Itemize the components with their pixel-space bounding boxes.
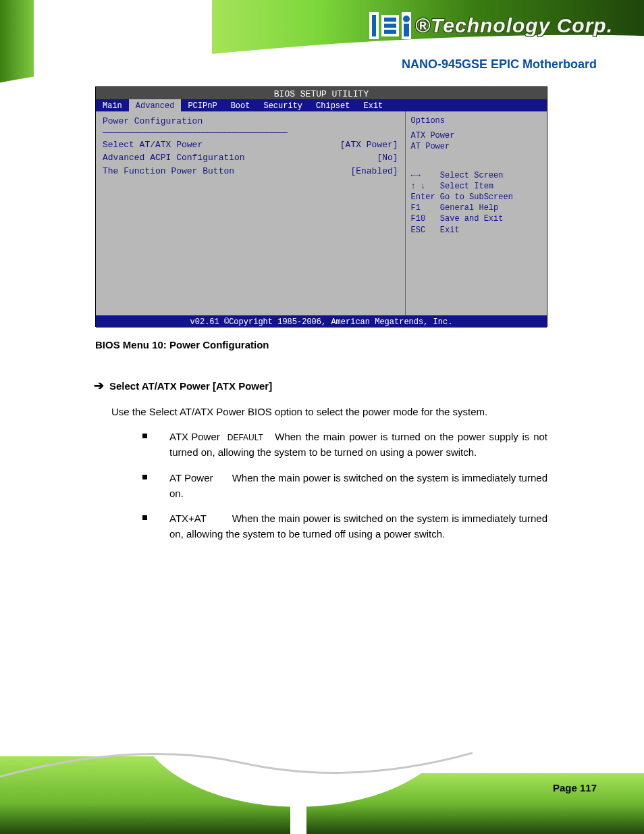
bios-nav-row: ESC Exit (411, 225, 541, 236)
iei-logo-icon (369, 12, 411, 39)
figure-caption: BIOS Menu 10: Power Configuration (95, 339, 269, 350)
tab-pcipnp[interactable]: PCIPnP (181, 99, 223, 111)
tab-boot[interactable]: Boot (224, 99, 257, 111)
arrow-ud-icon: ↑ ↓ (411, 182, 426, 191)
option-paragraph: Use the Select AT/ATX Power BIOS option … (111, 404, 547, 419)
svg-rect-1 (372, 15, 376, 36)
option-desc: When the main power is turned on the pow… (169, 431, 547, 458)
bios-help-item: ATX Power (411, 130, 541, 141)
tab-chipset[interactable]: Chipset (309, 99, 356, 111)
bios-row-label: Advanced ACPI Configuration (103, 152, 245, 164)
bios-row-value: [No] (377, 152, 398, 164)
bios-row-label: The Function Power Button (103, 165, 234, 178)
tab-security[interactable]: Security (257, 99, 309, 111)
bios-footer: v02.61 ©Copyright 1985-2006, American Me… (96, 315, 547, 328)
svg-point-7 (403, 16, 410, 22)
option-heading: ➔Select AT/ATX Power [ATX Power] (94, 377, 547, 396)
list-item: ATX Power DEFAULT When the main power is… (142, 429, 547, 461)
tab-main[interactable]: Main (96, 99, 129, 111)
option-name: AT Power (169, 470, 223, 486)
bios-nav-row: F1 General Help (411, 203, 541, 213)
bios-screenshot: BIOS SETUP UTILITY Main Advanced PCIPnP … (95, 86, 547, 327)
tab-exit[interactable]: Exit (356, 99, 390, 111)
bios-row-value: [Enabled] (350, 165, 398, 178)
bios-row[interactable]: The Function Power Button [Enabled] (103, 165, 398, 178)
company-name: Technology Corp. (431, 14, 613, 36)
reg-mark: ® (415, 14, 431, 36)
option-heading-text: Select AT/ATX Power [ATX Power] (109, 380, 272, 392)
bios-main-panel: Power Configuration ————————————————————… (96, 111, 406, 315)
default-badge: DEFAULT (227, 433, 263, 442)
bios-row-value: [ATX Power] (340, 139, 398, 151)
svg-rect-5 (384, 30, 396, 34)
option-desc: When the main power is switched on the s… (169, 513, 547, 540)
option-name: ATX+AT (169, 511, 223, 526)
bios-nav-row: ↑ ↓ Select Item (411, 181, 541, 192)
bios-row-label: Select AT/ATX Power (103, 139, 203, 151)
svg-rect-4 (384, 24, 396, 28)
bios-row[interactable]: Advanced ACPI Configuration [No] (103, 151, 398, 165)
bios-header: BIOS SETUP UTILITY (96, 87, 547, 99)
bios-help-panel: Options ATX Power AT Power ←→ Select Scr… (406, 111, 547, 315)
bios-divider: ————————————————————————————————————————… (103, 128, 398, 138)
svg-rect-3 (384, 18, 396, 22)
bios-nav-row: F10 Save and Exit (411, 213, 541, 224)
list-item: AT Power When the main power is switched… (142, 470, 547, 502)
bios-section-title: Power Configuration (103, 115, 398, 128)
body-content: ➔Select AT/ATX Power [ATX Power] Use the… (95, 373, 547, 552)
list-item: ATX+AT When the main power is switched o… (142, 511, 547, 542)
bios-tabs: Main Advanced PCIPnP Boot Security Chips… (96, 99, 547, 111)
page-number: Page 117 (553, 782, 597, 793)
svg-rect-8 (404, 24, 409, 36)
bios-nav-row: ←→ Select Screen (411, 170, 541, 181)
document-title: NANO-945GSE EPIC Motherboard (402, 57, 597, 72)
option-desc: When the main power is switched on the s… (169, 472, 547, 499)
bios-help-title: Options (411, 115, 541, 126)
footer-swoop (0, 739, 473, 787)
company-logo: ®Technology Corp. (369, 12, 613, 39)
bios-row[interactable]: Select AT/ATX Power [ATX Power] (103, 138, 398, 152)
arrow-lr-icon: ←→ (411, 171, 421, 180)
tab-advanced[interactable]: Advanced (129, 99, 182, 111)
option-name: ATX Power (169, 429, 223, 444)
bios-nav-row: Enter Go to SubScreen (411, 192, 541, 203)
bios-help-item: AT Power (411, 141, 541, 152)
arrow-right-icon: ➔ (94, 379, 104, 392)
